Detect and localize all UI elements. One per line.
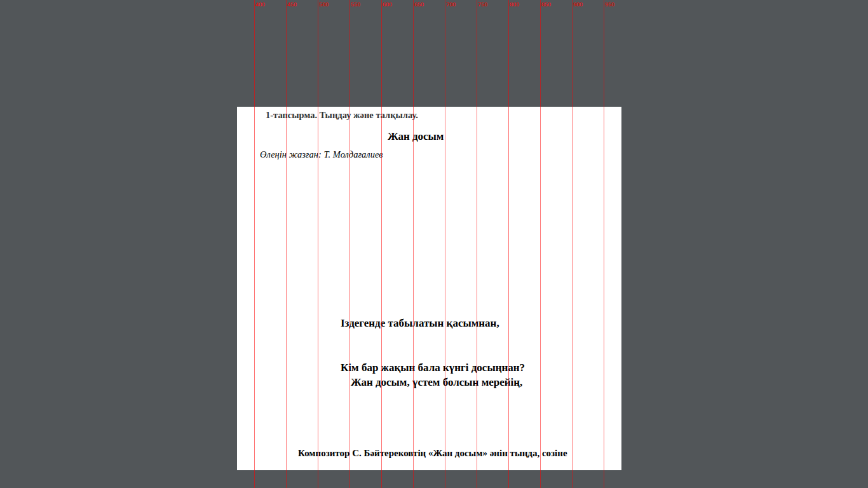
t5: Кім бар жақын бала күнгі досыңнан?	[341, 362, 525, 374]
test-page: 1-тапсырма. Тыңдау және талқылау. Жан до…	[237, 107, 621, 470]
t4: Іздегенде табылатын қасымнан,	[341, 317, 499, 330]
t7: Композитор С. Бәйтерековтің «Жан досым» …	[298, 448, 567, 459]
t3: Өлеңін жазған: Т. Молдағалиев	[260, 149, 383, 160]
t1: 1-тапсырма. Тыңдау және талқылау.	[266, 110, 418, 121]
t6: Жан досым, үстем болсын мерейің,	[351, 376, 522, 389]
t2: Жан досым	[388, 130, 444, 143]
